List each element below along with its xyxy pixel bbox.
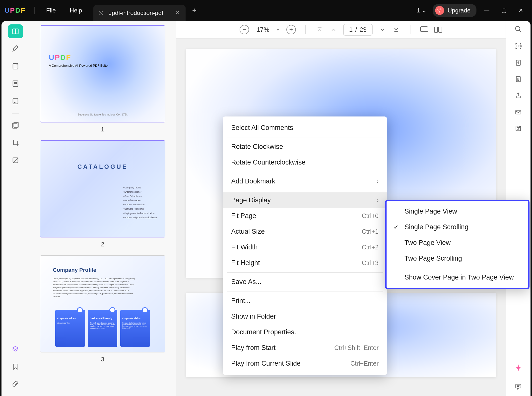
chat-button[interactable]: [515, 383, 522, 390]
ctx-play-from-current[interactable]: Play from Current SlideCtrl+Enter: [223, 356, 387, 371]
page-layout-button[interactable]: [434, 26, 442, 33]
thumb-number: 1: [40, 126, 165, 133]
minimize-button[interactable]: —: [479, 5, 494, 16]
svg-text:OCR: OCR: [517, 45, 522, 48]
next-page-button[interactable]: [378, 25, 387, 34]
prev-page-button[interactable]: [329, 25, 338, 34]
ai-button[interactable]: [514, 364, 522, 374]
thumb3-body: UPDF, developed by Superace Software Tec…: [53, 277, 137, 298]
ctx-play-from-start[interactable]: Play from StartCtrl+Shift+Enter: [223, 340, 387, 356]
first-page-button[interactable]: [315, 25, 324, 34]
email-button[interactable]: [515, 109, 522, 115]
submenu-two-page-scrolling[interactable]: Two Page Scrolling: [387, 251, 528, 266]
svg-line-1: [100, 12, 103, 14]
page-display-submenu: Single Page View ✓Single Page Scrolling …: [385, 200, 530, 289]
close-tab-icon[interactable]: ✕: [175, 10, 180, 16]
separator: [227, 137, 383, 137]
search-button[interactable]: [515, 25, 522, 33]
bookmark-button[interactable]: [8, 360, 23, 374]
form-tool[interactable]: [8, 94, 23, 108]
upgrade-button[interactable]: 洁 Upgrade: [433, 4, 476, 17]
zoom-in-button[interactable]: +: [286, 25, 296, 34]
svg-rect-8: [13, 98, 18, 104]
page-current: 1: [349, 26, 353, 34]
thumb-number: 3: [40, 356, 165, 363]
separator: [227, 272, 383, 273]
organize-tool[interactable]: [8, 118, 23, 132]
zoom-out-button[interactable]: −: [240, 25, 249, 34]
page-tool[interactable]: [8, 77, 23, 91]
divider: [34, 7, 35, 14]
ctx-show-in-folder[interactable]: Show in Folder: [223, 309, 387, 324]
protect-button[interactable]: [515, 76, 522, 83]
redact-tool[interactable]: [8, 153, 23, 167]
shortcut: Ctrl+Shift+Enter: [334, 344, 379, 351]
submenu-single-page-view[interactable]: Single Page View: [387, 204, 528, 219]
chevron-down-icon: ⌄: [422, 7, 427, 14]
thumb-number: 2: [40, 241, 165, 248]
separator: [227, 291, 383, 291]
svg-rect-25: [516, 110, 521, 114]
doc-icon: [98, 10, 104, 16]
layers-button[interactable]: [8, 342, 23, 356]
document-tab[interactable]: updf-introduction-pdf ✕: [93, 5, 186, 21]
svg-rect-18: [439, 27, 442, 32]
chevron-right-icon: ›: [377, 197, 379, 204]
separator: [227, 172, 383, 172]
ctx-rotate-ccw[interactable]: Rotate Counterclockwise: [223, 155, 387, 170]
ctx-actual-size[interactable]: Actual SizeCtrl+1: [223, 224, 387, 239]
ctx-save-as[interactable]: Save As...: [223, 274, 387, 290]
thumb2-title: CATALOGUE: [40, 163, 165, 170]
menu-help[interactable]: Help: [63, 4, 89, 16]
svg-line-13: [13, 158, 18, 163]
svg-rect-16: [420, 27, 428, 32]
ctx-select-all-comments[interactable]: Select All Comments: [223, 120, 387, 136]
ctx-doc-properties[interactable]: Document Properties...: [223, 324, 387, 340]
submenu-two-page-view[interactable]: Two Page View: [387, 235, 528, 251]
new-tab-button[interactable]: +: [192, 6, 197, 15]
shortcut: Ctrl+0: [362, 212, 379, 220]
context-menu: Select All Comments Rotate Clockwise Rot…: [223, 116, 387, 375]
page-input[interactable]: 1 / 23: [343, 24, 373, 36]
comment-tool[interactable]: [8, 42, 23, 56]
reader-tool[interactable]: [8, 24, 23, 38]
ctx-print[interactable]: Print...: [223, 293, 387, 309]
maximize-button[interactable]: ▢: [497, 5, 511, 16]
zoom-dropdown[interactable]: 17% ▾: [257, 26, 279, 34]
tab-title: updf-introduction-pdf: [108, 9, 163, 16]
zoom-value: 17%: [257, 26, 269, 34]
avatar: 洁: [435, 6, 444, 15]
ctx-fit-width[interactable]: Fit WidthCtrl+2: [223, 239, 387, 255]
thumb3-title: Company Profile: [53, 267, 96, 273]
save-button[interactable]: [515, 125, 522, 132]
thumbnail-1[interactable]: UPDF A Comprehensive AI-Powered PDF Edit…: [40, 25, 165, 133]
shortcut: Ctrl+2: [362, 244, 379, 251]
ctx-fit-page[interactable]: Fit PageCtrl+0: [223, 208, 387, 224]
last-page-button[interactable]: [392, 25, 400, 34]
thumbnail-3[interactable]: Company Profile UPDF, developed by Super…: [40, 255, 165, 363]
thumbnail-2[interactable]: CATALOGUE › Company Profile › Enterprise…: [40, 140, 165, 248]
crop-tool[interactable]: [8, 136, 23, 150]
attachment-button[interactable]: [8, 377, 23, 391]
tab-count[interactable]: 1 ⌄: [417, 7, 427, 14]
separator: [391, 268, 524, 268]
left-toolbar: [1, 21, 29, 396]
ctx-fit-height[interactable]: Fit HeightCtrl+3: [223, 255, 387, 271]
page-sep: /: [355, 26, 357, 34]
ctx-page-display[interactable]: Page Display›: [223, 192, 387, 208]
slideshow-button[interactable]: [420, 26, 428, 33]
ctx-add-bookmark[interactable]: Add Bookmark›: [223, 173, 387, 189]
ocr-button[interactable]: OCR: [515, 42, 522, 50]
export-button[interactable]: [515, 59, 522, 66]
submenu-single-page-scrolling[interactable]: ✓Single Page Scrolling: [387, 219, 528, 235]
separator: [12, 113, 19, 113]
titlebar-right: 1 ⌄ 洁 Upgrade — ▢ ✕: [417, 4, 528, 17]
submenu-show-cover-page[interactable]: Show Cover Page in Two Page View: [387, 270, 528, 285]
separator: [227, 191, 383, 191]
share-button[interactable]: [515, 92, 522, 99]
close-window-button[interactable]: ✕: [514, 5, 528, 16]
menu-file[interactable]: File: [39, 4, 63, 16]
edit-tool[interactable]: [8, 59, 23, 73]
ctx-rotate-cw[interactable]: Rotate Clockwise: [223, 139, 387, 155]
shortcut: Ctrl+1: [362, 228, 379, 235]
